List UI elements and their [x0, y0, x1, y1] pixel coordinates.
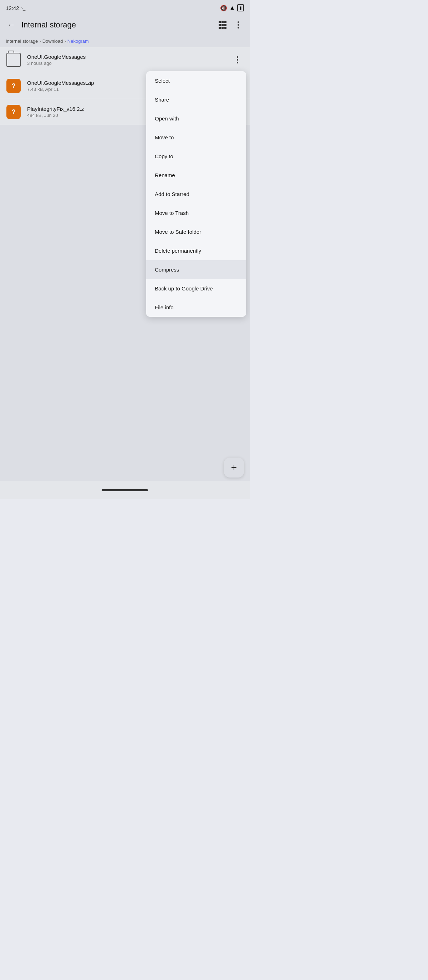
menu-item-select[interactable]: Select [146, 71, 246, 90]
menu-item-rename[interactable]: Rename [146, 166, 246, 185]
context-menu: Select Share Open with Move to Copy to R… [146, 71, 246, 317]
menu-item-compress[interactable]: Compress [146, 260, 246, 279]
menu-item-file-info[interactable]: File info [146, 298, 246, 317]
menu-item-delete[interactable]: Delete permanently [146, 241, 246, 260]
menu-item-share[interactable]: Share [146, 90, 246, 109]
menu-item-move-trash[interactable]: Move to Trash [146, 204, 246, 223]
menu-item-move-to[interactable]: Move to [146, 128, 246, 147]
menu-item-backup-drive[interactable]: Back up to Google Drive [146, 279, 246, 298]
menu-item-move-safe[interactable]: Move to Safe folder [146, 223, 246, 241]
menu-item-copy-to[interactable]: Copy to [146, 147, 246, 166]
menu-item-open-with[interactable]: Open with [146, 109, 246, 128]
menu-item-add-starred[interactable]: Add to Starred [146, 185, 246, 204]
